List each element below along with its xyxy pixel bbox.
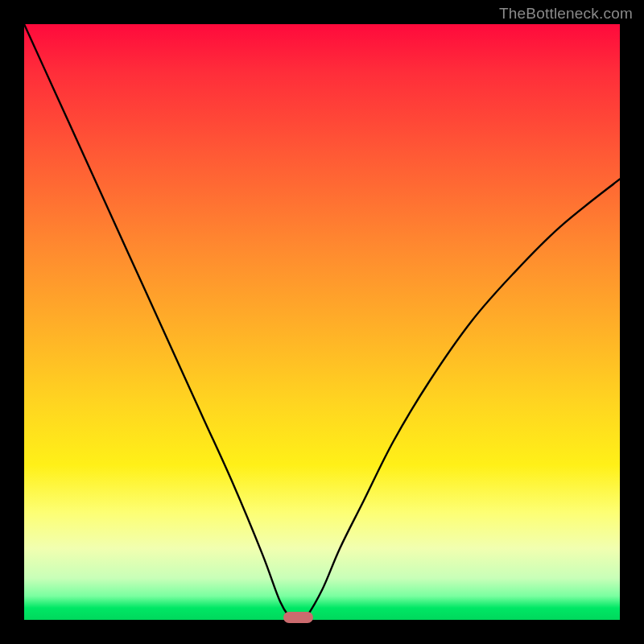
chart-frame: TheBottleneck.com	[0, 0, 644, 644]
optimum-marker	[283, 612, 313, 623]
plot-area	[24, 24, 620, 620]
watermark-text: TheBottleneck.com	[499, 5, 633, 23]
bottleneck-curve	[24, 24, 620, 622]
curve-layer	[24, 24, 620, 620]
